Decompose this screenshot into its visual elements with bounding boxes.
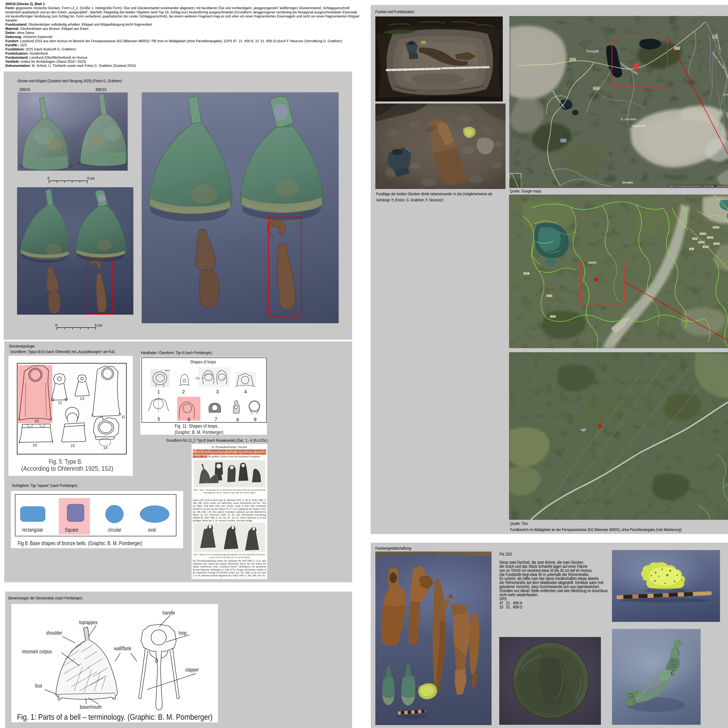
svg-text:Jochlift: Jochlift xyxy=(723,93,728,96)
svg-text:4: 4 xyxy=(244,389,247,395)
svg-text:3: 3 xyxy=(216,389,219,395)
svg-text:Bilder © 2016 DigitalGlobe,Kar: Bilder © 2016 DigitalGlobe,Kartendaten ©… xyxy=(669,185,728,187)
svg-text:0: 0 xyxy=(55,323,57,327)
svg-text:1925/10: 1925/10 xyxy=(703,246,710,248)
svg-text:7: 7 xyxy=(215,416,217,422)
svg-text:KG Biberwier: KG Biberwier xyxy=(589,262,598,263)
svg-text:Fernpaß: Fernpaß xyxy=(586,49,599,53)
svg-text:5 cm: 5 cm xyxy=(95,323,102,327)
svg-text:1925/6: 1925/6 xyxy=(714,243,720,245)
svg-text:11: 11 xyxy=(121,414,125,419)
svg-text:1938: 1938 xyxy=(524,272,528,275)
svg-text:1916/3: 1916/3 xyxy=(708,237,713,239)
svg-text:Nassereith: Nassereith xyxy=(632,124,646,127)
svg-text:14: 14 xyxy=(103,445,107,450)
svg-text:5: 5 xyxy=(158,416,160,422)
svg-text:13: 13 xyxy=(80,396,84,401)
svg-text:328: 328 xyxy=(690,248,693,250)
svg-text:2: 2 xyxy=(182,389,185,395)
svg-text:L71: L71 xyxy=(713,36,717,38)
svg-text:10: 10 xyxy=(33,443,37,447)
svg-text:1: 1 xyxy=(157,389,160,395)
svg-text:1925/9: 1925/9 xyxy=(551,315,557,318)
svg-text:0: 0 xyxy=(47,176,49,180)
svg-text:5 cm: 5 cm xyxy=(87,176,95,180)
svg-text:12: 12 xyxy=(58,401,62,405)
svg-text:E532: E532 xyxy=(674,47,680,49)
svg-text:15: 15 xyxy=(70,444,75,448)
svg-text:10: 10 xyxy=(35,419,39,423)
svg-text:1913/9: 1913/9 xyxy=(547,295,553,297)
svg-text:6: 6 xyxy=(188,417,190,422)
svg-text:1916/1: 1916/1 xyxy=(700,232,706,235)
svg-text:1925/4: 1925/4 xyxy=(699,241,705,243)
svg-text:9: 9 xyxy=(254,417,256,422)
svg-text:179: 179 xyxy=(561,139,565,142)
svg-text:1925/7: 1925/7 xyxy=(713,226,719,228)
svg-text:St. Wendelin: St. Wendelin xyxy=(620,118,637,121)
svg-text:Google: Google xyxy=(622,181,633,184)
svg-text:8: 8 xyxy=(236,417,239,422)
svg-text:E532: E532 xyxy=(570,58,575,61)
svg-text:E532: E532 xyxy=(594,87,599,90)
svg-text:1943: 1943 xyxy=(693,238,697,240)
